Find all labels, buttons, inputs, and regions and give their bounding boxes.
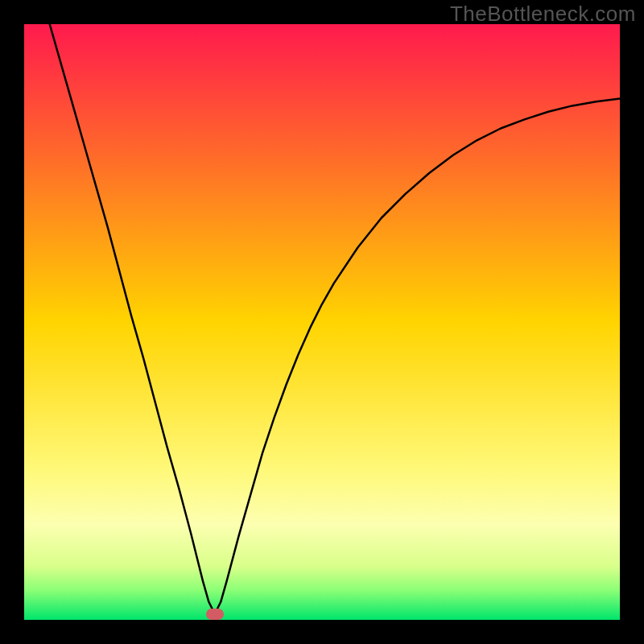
- curve-layer: [24, 24, 620, 620]
- watermark-text: TheBottleneck.com: [450, 2, 636, 27]
- bottleneck-curve-path: [48, 24, 620, 614]
- chart-frame: TheBottleneck.com: [0, 0, 644, 644]
- plot-area: [24, 24, 620, 620]
- optimum-marker: [206, 609, 224, 620]
